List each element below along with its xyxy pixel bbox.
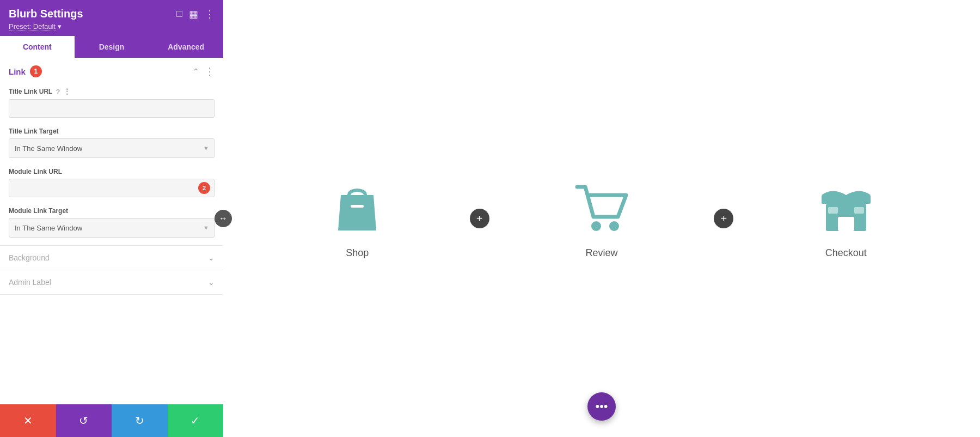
save-button[interactable]: ✓ bbox=[168, 404, 224, 437]
tab-content[interactable]: Content bbox=[0, 36, 75, 58]
svg-rect-3 bbox=[822, 195, 871, 204]
sidebar-header: Blurb Settings □ ▦ ⋮ Preset: Default ▾ bbox=[0, 0, 223, 36]
link-more-icon[interactable]: ⋮ bbox=[205, 65, 215, 77]
title-link-url-input[interactable] bbox=[9, 99, 215, 118]
add-between-review-checkout[interactable]: + bbox=[714, 209, 733, 228]
background-chevron-icon: ⌄ bbox=[208, 253, 215, 262]
canvas-area: Shop + Review + bbox=[223, 0, 980, 437]
expand-icon[interactable]: □ bbox=[176, 8, 182, 20]
background-section[interactable]: Background ⌄ bbox=[0, 246, 223, 270]
blurb-review-label: Review bbox=[585, 247, 617, 259]
redo-button[interactable]: ↻ bbox=[112, 404, 168, 437]
svg-rect-5 bbox=[838, 217, 854, 231]
module-link-url-input[interactable] bbox=[9, 179, 215, 197]
svg-rect-7 bbox=[854, 207, 864, 214]
svg-rect-0 bbox=[351, 205, 364, 208]
sidebar-title: Blurb Settings bbox=[9, 8, 83, 20]
sidebar: Blurb Settings □ ▦ ⋮ Preset: Default ▾ C… bbox=[0, 0, 223, 437]
main-canvas: Shop + Review + bbox=[223, 0, 980, 437]
blurb-checkout-label: Checkout bbox=[825, 247, 867, 259]
admin-label-label: Admin Label bbox=[9, 278, 51, 287]
link-section-title: Link 1 bbox=[9, 65, 42, 77]
module-link-url-wrapper: 2 bbox=[9, 179, 215, 197]
title-link-target-label: Title Link Target bbox=[9, 128, 215, 135]
tab-design[interactable]: Design bbox=[75, 36, 149, 58]
title-url-more-icon[interactable]: ⋮ bbox=[63, 87, 71, 96]
module-link-url-group: Module Link URL 2 bbox=[0, 166, 223, 205]
link-collapse-icon[interactable]: ⌃ bbox=[193, 67, 199, 76]
title-link-target-select[interactable]: In The Same Window In A New Tab bbox=[9, 138, 215, 158]
svg-point-1 bbox=[591, 221, 601, 231]
admin-label-section[interactable]: Admin Label ⌄ bbox=[0, 270, 223, 295]
module-link-target-select[interactable]: In The Same Window In A New Tab bbox=[9, 218, 215, 238]
add-between-shop-review[interactable]: + bbox=[470, 209, 489, 228]
title-link-url-group: Title Link URL ? ⋮ bbox=[0, 85, 223, 125]
blurb-item-checkout: Checkout bbox=[733, 168, 958, 270]
background-label: Background bbox=[9, 253, 50, 262]
module-link-target-label: Module Link Target bbox=[9, 207, 215, 215]
module-link-target-group: Module Link Target In The Same Window In… bbox=[0, 205, 223, 245]
link-section-header: Link 1 ⌃ ⋮ bbox=[0, 58, 223, 85]
blurb-item-review: Review bbox=[489, 168, 714, 270]
sidebar-body: Link 1 ⌃ ⋮ Title Link URL ? ⋮ bbox=[0, 58, 223, 404]
undo-button[interactable]: ↺ bbox=[56, 404, 112, 437]
title-link-url-label: Title Link URL ? ⋮ bbox=[9, 87, 215, 96]
shopping-bag-icon bbox=[327, 179, 387, 239]
more-options-icon[interactable]: ⋮ bbox=[205, 8, 215, 20]
module-link-target-wrapper: In The Same Window In A New Tab ▼ bbox=[9, 218, 215, 238]
link-badge: 1 bbox=[30, 65, 42, 77]
help-icon[interactable]: ? bbox=[56, 88, 60, 96]
blurb-shop-label: Shop bbox=[346, 247, 369, 259]
tab-advanced[interactable]: Advanced bbox=[149, 36, 223, 58]
cancel-button[interactable]: ✕ bbox=[0, 404, 56, 437]
title-link-target-group: Title Link Target In The Same Window In … bbox=[0, 125, 223, 166]
svg-rect-6 bbox=[828, 207, 838, 214]
tabs: Content Design Advanced bbox=[0, 36, 223, 58]
header-icons: □ ▦ ⋮ bbox=[176, 8, 215, 20]
columns-icon[interactable]: ▦ bbox=[189, 8, 198, 20]
shopping-cart-icon bbox=[572, 179, 632, 239]
module-url-badge: 2 bbox=[198, 182, 210, 194]
link-section-actions: ⌃ ⋮ bbox=[193, 65, 215, 77]
blurb-item-shop: Shop bbox=[245, 168, 470, 270]
fab-button[interactable]: ••• bbox=[587, 392, 616, 421]
svg-point-2 bbox=[609, 221, 619, 231]
store-icon bbox=[816, 179, 876, 239]
module-link-url-label: Module Link URL bbox=[9, 168, 215, 175]
link-section: Link 1 ⌃ ⋮ Title Link URL ? ⋮ bbox=[0, 58, 223, 246]
blurb-row: Shop + Review + bbox=[245, 168, 958, 270]
preset-label[interactable]: Preset: Default ▾ bbox=[9, 22, 215, 31]
bottom-bar: ✕ ↺ ↻ ✓ bbox=[0, 404, 223, 437]
resize-handle[interactable]: ↔ bbox=[215, 210, 232, 227]
admin-label-chevron-icon: ⌄ bbox=[208, 278, 215, 287]
title-link-target-wrapper: In The Same Window In A New Tab ▼ bbox=[9, 138, 215, 158]
